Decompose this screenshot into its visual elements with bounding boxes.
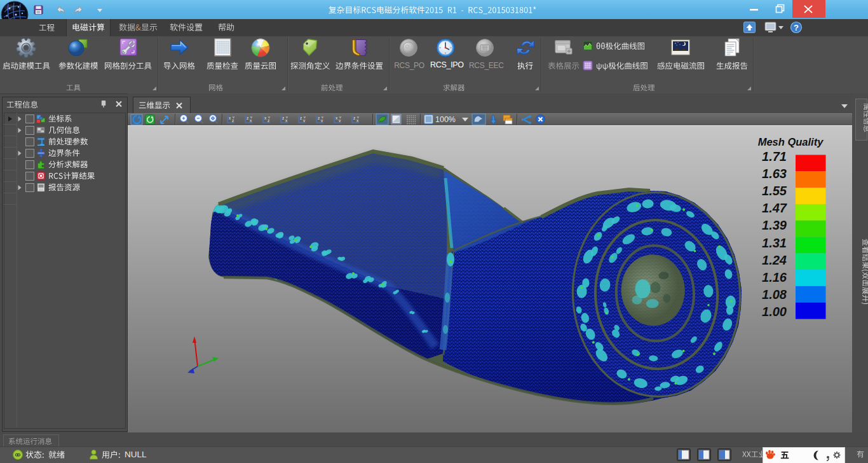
svg-text:v: v: [339, 118, 341, 123]
svg-text:z: z: [268, 118, 269, 123]
svg-text:z: z: [318, 116, 320, 120]
svg-text:z: z: [353, 116, 355, 120]
svg-text:v: v: [321, 118, 323, 123]
svg-text:z: z: [232, 118, 234, 123]
svg-text:v: v: [304, 115, 306, 119]
svg-text:v: v: [286, 115, 288, 119]
svg-text:x: x: [356, 118, 359, 123]
svg-text:z: z: [247, 116, 248, 120]
svg-text:x: x: [250, 118, 252, 123]
svg-text:v: v: [357, 115, 359, 119]
svg-text:v: v: [250, 115, 252, 119]
svg-text:x: x: [229, 116, 231, 120]
svg-text:v: v: [233, 115, 234, 119]
svg-text:x: x: [264, 116, 267, 120]
svg-text:100%: 100%: [435, 115, 456, 124]
svg-text:x: x: [336, 116, 338, 120]
svg-text:z: z: [300, 116, 302, 120]
svg-text:v: v: [339, 115, 341, 119]
svg-text:v: v: [303, 118, 306, 123]
svg-text:v: v: [268, 115, 270, 119]
svg-text:v: v: [322, 115, 323, 119]
svg-text:z: z: [282, 116, 284, 120]
svg-text:x: x: [285, 118, 288, 123]
